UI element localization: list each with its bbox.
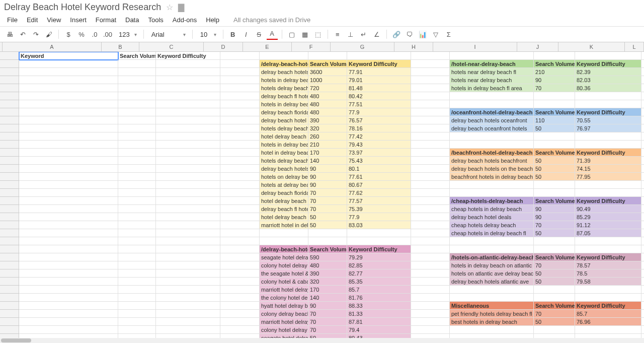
row-header[interactable]: [0, 229, 19, 237]
cell[interactable]: Search Volume: [308, 60, 347, 68]
cell[interactable]: [118, 237, 156, 245]
cell[interactable]: [156, 116, 220, 124]
cell[interactable]: [118, 165, 156, 173]
cell[interactable]: 82.39: [575, 68, 641, 76]
cell[interactable]: delray beach fl hotel: [260, 205, 308, 213]
cell[interactable]: Keyword Difficulty: [575, 60, 641, 68]
row-header[interactable]: [0, 213, 19, 221]
cell[interactable]: 50: [534, 269, 575, 278]
cell[interactable]: [411, 269, 450, 278]
cell[interactable]: [19, 173, 118, 181]
cell[interactable]: colony hotel & cabana: [260, 278, 308, 286]
cell[interactable]: [450, 181, 534, 189]
cell[interactable]: [156, 278, 220, 286]
cell[interactable]: [575, 326, 641, 334]
cell[interactable]: [411, 221, 450, 229]
cell[interactable]: [156, 237, 220, 245]
menu-data[interactable]: Data: [121, 15, 143, 25]
cell[interactable]: Search Volume: [534, 302, 575, 310]
cell[interactable]: [220, 221, 260, 229]
cell[interactable]: [411, 229, 450, 237]
cell[interactable]: [118, 181, 156, 189]
cell[interactable]: 210: [308, 141, 347, 149]
cell[interactable]: 77.42: [347, 132, 411, 141]
cell[interactable]: [411, 253, 450, 261]
cell[interactable]: Miscellaneous: [450, 302, 534, 310]
cell[interactable]: [156, 221, 220, 229]
menu-insert[interactable]: Insert: [66, 15, 91, 25]
cell[interactable]: 74.15: [575, 165, 641, 173]
cell[interactable]: 140: [308, 157, 347, 165]
cell[interactable]: [534, 237, 575, 245]
cell[interactable]: [220, 205, 260, 213]
cell[interactable]: [411, 278, 450, 286]
cell[interactable]: [220, 318, 260, 326]
row-header[interactable]: [0, 68, 19, 76]
col-header-K[interactable]: K: [558, 42, 625, 51]
cell[interactable]: [220, 157, 260, 165]
cell[interactable]: [641, 124, 644, 132]
cell[interactable]: [347, 52, 411, 60]
cell[interactable]: 80.67: [347, 181, 411, 189]
cell[interactable]: 90: [308, 165, 347, 173]
cell[interactable]: 70: [534, 84, 575, 92]
cell[interactable]: 140: [308, 294, 347, 302]
cell[interactable]: [641, 213, 644, 221]
font-size-select[interactable]: 10: [197, 29, 219, 40]
cell[interactable]: [450, 141, 534, 149]
cell[interactable]: [450, 237, 534, 245]
cell[interactable]: 87.05: [575, 229, 641, 237]
cell[interactable]: [156, 197, 220, 205]
cell[interactable]: 110: [534, 116, 575, 124]
fill-color-icon[interactable]: ▢: [286, 29, 297, 40]
cell[interactable]: beachfront hotels in delray beach flori: [450, 173, 534, 181]
cell[interactable]: [411, 60, 450, 68]
cell[interactable]: [156, 326, 220, 334]
cell[interactable]: Keyword Difficulty: [575, 302, 641, 310]
cell[interactable]: [118, 92, 156, 100]
cell[interactable]: hotels in delray beach: [260, 76, 308, 84]
cell[interactable]: hotels at delray beach: [260, 181, 308, 189]
cell[interactable]: 75.43: [347, 157, 411, 165]
cell[interactable]: [641, 326, 644, 334]
cell[interactable]: [118, 124, 156, 132]
cell[interactable]: [641, 116, 644, 124]
row-header[interactable]: [0, 197, 19, 205]
menu-format[interactable]: Format: [92, 15, 120, 25]
cell[interactable]: best hotels in delray beach: [450, 318, 534, 326]
col-header-E[interactable]: E: [243, 42, 292, 51]
cell[interactable]: [220, 237, 260, 245]
cell[interactable]: delray beach hotels beachfront: [450, 157, 534, 165]
star-icon[interactable]: ☆: [166, 3, 173, 12]
cell[interactable]: [156, 229, 220, 237]
cell[interactable]: [411, 245, 450, 253]
cell[interactable]: [534, 92, 575, 100]
cell[interactable]: 90: [534, 205, 575, 213]
cell[interactable]: [19, 245, 118, 253]
cell[interactable]: delray beach florida h: [260, 189, 308, 197]
cell[interactable]: [19, 326, 118, 334]
cell[interactable]: hotels in delray beach: [260, 141, 308, 149]
cell[interactable]: [156, 294, 220, 302]
cell[interactable]: the seagate hotel & sp: [260, 269, 308, 278]
cell[interactable]: [575, 286, 641, 294]
cell[interactable]: 77.57: [347, 197, 411, 205]
cell[interactable]: [118, 100, 156, 108]
cell[interactable]: [156, 302, 220, 310]
cell[interactable]: [641, 189, 644, 197]
row-header[interactable]: [0, 286, 19, 294]
borders-icon[interactable]: ▦: [299, 29, 310, 40]
cell[interactable]: [118, 286, 156, 294]
currency-icon[interactable]: $: [63, 29, 74, 40]
undo-icon[interactable]: ↶: [17, 29, 28, 40]
cell[interactable]: [411, 189, 450, 197]
folder-icon[interactable]: ▇: [178, 3, 184, 12]
cell[interactable]: 78.16: [347, 124, 411, 132]
cell[interactable]: [118, 213, 156, 221]
cell[interactable]: 80.1: [347, 165, 411, 173]
cell[interactable]: [575, 237, 641, 245]
cell[interactable]: hotels in delray beach on atlantic ave: [450, 261, 534, 269]
cell[interactable]: Search Volume: [118, 52, 156, 60]
cell[interactable]: [641, 237, 644, 245]
cell[interactable]: [534, 189, 575, 197]
